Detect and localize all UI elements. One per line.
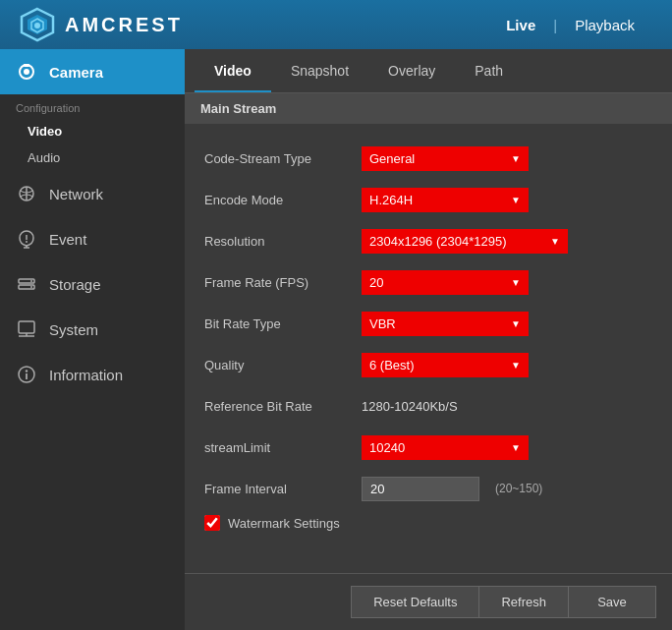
sidebar-system-label: System (49, 321, 98, 338)
code-stream-type-row: Code-Stream Type General Sub Stream (204, 143, 652, 173)
reference-bit-rate-control: 1280-10240Kb/S (362, 399, 458, 414)
frame-interval-control: (20~150) (362, 477, 542, 501)
sidebar-event-label: Event (49, 231, 86, 248)
encode-mode-row: Encode Mode H.264H H.264 H.265 (204, 185, 652, 214)
content-area: Video Snapshot Overlay Path Main Stream … (185, 49, 672, 630)
resolution-select-wrapper: 2304x1296 (2304*1295) 1920x1080 1280x720 (362, 229, 568, 254)
watermark-row: Watermark Settings (204, 515, 652, 531)
sidebar-camera-label: Camera (49, 64, 103, 81)
reference-bit-rate-row: Reference Bit Rate 1280-10240Kb/S (204, 391, 652, 421)
network-icon (16, 183, 37, 204)
quality-control: 6 (Best) 5 4 3 2 1 (362, 353, 529, 377)
quality-label: Quality (204, 358, 362, 372)
header-nav: Live | Playback (488, 17, 652, 33)
watermark-checkbox[interactable] (204, 515, 220, 531)
stream-limit-row: streamLimit 10240 8192 4096 2048 (204, 432, 652, 462)
reference-bit-rate-label: Reference Bit Rate (204, 399, 362, 414)
stream-limit-control: 10240 8192 4096 2048 (362, 435, 529, 460)
frame-interval-input[interactable] (362, 477, 479, 501)
sidebar-item-event[interactable]: Event (0, 216, 185, 261)
tabs-bar: Video Snapshot Overlay Path (185, 49, 672, 93)
frame-interval-row: Frame Interval (20~150) (204, 474, 652, 503)
code-stream-type-label: Code-Stream Type (204, 151, 362, 166)
tab-overlay[interactable]: Overlay (368, 49, 455, 92)
frame-rate-select[interactable]: 20 15 25 30 (362, 270, 529, 295)
sidebar-item-system[interactable]: System (0, 307, 185, 352)
bit-rate-type-control: VBR CBR (362, 312, 529, 336)
main-layout: Camera Configuration Video Audio Network (0, 49, 672, 630)
reset-defaults-button[interactable]: Reset Defaults (351, 586, 478, 618)
footer-buttons: Reset Defaults Refresh Save (185, 573, 672, 630)
frame-rate-label: Frame Rate (FPS) (204, 275, 362, 290)
watermark-label: Watermark Settings (228, 516, 340, 531)
sidebar-information-label: Information (49, 367, 123, 383)
sub-menu-group-label: Configuration (0, 94, 185, 118)
stream-limit-select[interactable]: 10240 8192 4096 2048 (362, 435, 529, 460)
information-icon (16, 364, 37, 385)
bit-rate-type-select-wrapper: VBR CBR (362, 312, 529, 336)
tab-snapshot[interactable]: Snapshot (271, 49, 368, 92)
encode-mode-select[interactable]: H.264H H.264 H.265 (362, 188, 529, 212)
sidebar-item-information[interactable]: Information (0, 352, 185, 397)
bit-rate-type-row: Bit Rate Type VBR CBR (204, 309, 652, 338)
event-icon (16, 228, 37, 250)
svg-point-22 (26, 370, 28, 372)
bit-rate-type-label: Bit Rate Type (204, 316, 362, 331)
svg-rect-6 (24, 64, 29, 67)
amcrest-logo-icon (20, 7, 55, 42)
code-stream-type-select-wrapper: General Sub Stream (362, 146, 529, 171)
svg-point-5 (24, 69, 29, 75)
tab-path[interactable]: Path (455, 49, 523, 92)
stream-limit-select-wrapper: 10240 8192 4096 2048 (362, 435, 529, 460)
save-button[interactable]: Save (568, 586, 656, 618)
sidebar-storage-label: Storage (49, 276, 101, 293)
frame-rate-row: Frame Rate (FPS) 20 15 25 30 (204, 267, 652, 297)
quality-select-wrapper: 6 (Best) 5 4 3 2 1 (362, 353, 529, 377)
sidebar: Camera Configuration Video Audio Network (0, 49, 185, 630)
frame-rate-control: 20 15 25 30 (362, 270, 529, 295)
tab-video[interactable]: Video (195, 49, 271, 92)
stream-limit-label: streamLimit (204, 440, 362, 455)
code-stream-type-select[interactable]: General Sub Stream (362, 146, 529, 171)
section-header: Main Stream (185, 93, 672, 124)
logo: AMCREST (20, 7, 183, 42)
bit-rate-type-select[interactable]: VBR CBR (362, 312, 529, 336)
encode-mode-select-wrapper: H.264H H.264 H.265 (362, 188, 529, 212)
sidebar-item-storage[interactable]: Storage (0, 261, 185, 307)
encode-mode-label: Encode Mode (204, 193, 362, 207)
resolution-control: 2304x1296 (2304*1295) 1920x1080 1280x720 (362, 229, 568, 254)
resolution-select[interactable]: 2304x1296 (2304*1295) 1920x1080 1280x720 (362, 229, 568, 254)
svg-point-16 (30, 286, 32, 288)
frame-interval-label: Frame Interval (204, 482, 362, 496)
reference-bit-rate-value: 1280-10240Kb/S (362, 399, 458, 414)
sidebar-item-camera[interactable]: Camera (0, 49, 185, 94)
encode-mode-control: H.264H H.264 H.265 (362, 188, 529, 212)
sidebar-item-network[interactable]: Network (0, 171, 185, 216)
nav-playback[interactable]: Playback (557, 17, 652, 33)
storage-icon (16, 273, 37, 295)
refresh-button[interactable]: Refresh (478, 586, 568, 618)
sub-menu-video[interactable]: Video (0, 118, 185, 144)
sidebar-network-label: Network (49, 186, 103, 202)
resolution-label: Resolution (204, 234, 362, 249)
app-title: AMCREST (65, 14, 183, 36)
system-icon (16, 318, 37, 340)
svg-point-12 (26, 241, 28, 243)
resolution-row: Resolution 2304x1296 (2304*1295) 1920x10… (204, 226, 652, 256)
sub-menu-audio[interactable]: Audio (0, 144, 185, 171)
quality-row: Quality 6 (Best) 5 4 3 2 1 (204, 350, 652, 379)
svg-rect-17 (19, 321, 34, 333)
main-panel: Main Stream Code-Stream Type General Sub… (185, 93, 672, 573)
header: AMCREST Live | Playback (0, 0, 672, 49)
frame-rate-select-wrapper: 20 15 25 30 (362, 270, 529, 295)
svg-point-15 (30, 280, 32, 282)
quality-select[interactable]: 6 (Best) 5 4 3 2 1 (362, 353, 529, 377)
nav-live[interactable]: Live (488, 17, 553, 33)
code-stream-type-control: General Sub Stream (362, 146, 529, 171)
frame-interval-hint: (20~150) (495, 482, 542, 495)
svg-point-3 (34, 23, 40, 29)
form-body: Code-Stream Type General Sub Stream Enco… (185, 134, 672, 556)
sub-menu: Configuration Video Audio (0, 94, 185, 171)
camera-icon (16, 61, 37, 83)
